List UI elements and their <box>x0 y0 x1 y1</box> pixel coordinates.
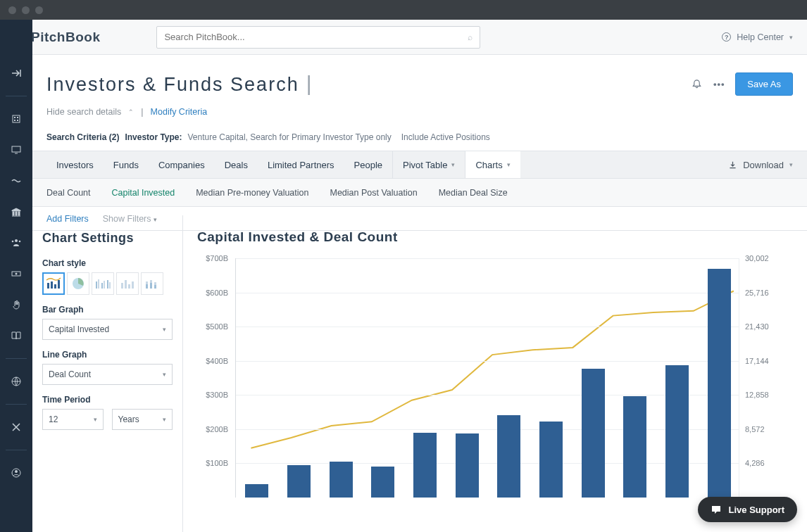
left-nav-rail <box>0 20 32 532</box>
chart-bar[interactable] <box>582 369 605 498</box>
nav-hand-icon[interactable] <box>0 295 32 315</box>
search-criteria-summary: Search Criteria (2) Investor Type: Ventu… <box>46 132 793 142</box>
svg-rect-20 <box>98 279 99 289</box>
time-unit-select[interactable]: Years▾ <box>112 409 173 430</box>
chart-line[interactable] <box>251 291 733 448</box>
chart-bar[interactable] <box>665 365 689 498</box>
search-icon: ⌕ <box>468 32 473 42</box>
chart-bar[interactable] <box>371 467 394 498</box>
nav-book-icon[interactable] <box>0 326 32 346</box>
nav-screen-icon[interactable] <box>0 140 32 160</box>
tab-companies[interactable]: Companies <box>149 151 215 178</box>
svg-rect-16 <box>54 284 56 289</box>
nav-globe-icon[interactable] <box>0 372 32 391</box>
chart-bar[interactable] <box>497 415 520 498</box>
help-icon[interactable]: ? <box>722 32 731 42</box>
style-column[interactable] <box>116 272 139 295</box>
chart-bar[interactable] <box>708 269 731 498</box>
line-graph-label: Line Graph <box>42 350 173 360</box>
nav-institution-icon[interactable] <box>0 202 32 222</box>
nav-deals-icon[interactable] <box>0 171 32 191</box>
subtab-deal-size[interactable]: Median Deal Size <box>439 188 508 198</box>
tab-limited-partners[interactable]: Limited Partners <box>258 151 344 178</box>
y-right-tick: 8,572 <box>741 425 775 433</box>
svg-rect-34 <box>154 282 156 285</box>
chart-bar[interactable] <box>623 396 646 498</box>
chevron-down-icon: ▾ <box>789 34 793 41</box>
bar-graph-select[interactable]: Capital Invested▾ <box>42 319 173 340</box>
bar-graph-label: Bar Graph <box>42 305 173 315</box>
chart-bar[interactable] <box>330 462 353 498</box>
subtab-post-valuation[interactable]: Median Post Valuation <box>330 188 417 198</box>
chart-bar[interactable] <box>539 422 563 498</box>
nav-collapse-icon[interactable] <box>0 63 32 83</box>
y-left-tick: $200B <box>197 425 232 433</box>
more-icon[interactable]: ••• <box>713 77 725 90</box>
bell-icon[interactable] <box>690 77 703 90</box>
help-center-link[interactable]: Help Center <box>737 32 784 42</box>
tab-investors[interactable]: Investors <box>46 151 104 178</box>
live-support-button[interactable]: Live Support <box>698 497 797 522</box>
y-left-tick: $500B <box>197 322 232 331</box>
chart-plot: $700B$600B$500B$400B$300B$200B$100B 30,0… <box>197 255 775 508</box>
y-right-tick: 12,858 <box>741 391 775 399</box>
subtab-capital-invested[interactable]: Capital Invested <box>112 188 175 198</box>
nav-profile-icon[interactable] <box>0 463 32 483</box>
y-right-tick: 25,716 <box>741 289 775 297</box>
window-min-dot[interactable] <box>22 6 30 14</box>
svg-rect-28 <box>132 281 134 289</box>
chevron-down-icon: ▾ <box>789 161 793 168</box>
window-close-dot[interactable] <box>8 6 16 14</box>
time-number-select[interactable]: 12▾ <box>42 409 104 430</box>
time-period-label: Time Period <box>42 395 173 405</box>
chevron-down-icon: ▾ <box>507 161 511 168</box>
nav-companies-icon[interactable] <box>0 109 32 129</box>
y-right-tick: 30,002 <box>741 254 775 262</box>
nav-people-icon[interactable] <box>0 233 32 253</box>
nav-tools-icon[interactable] <box>0 417 32 437</box>
chart-settings-title: Chart Settings <box>42 231 173 246</box>
style-pie[interactable] <box>67 272 89 295</box>
tab-funds[interactable]: Funds <box>104 151 149 178</box>
chevron-down-icon: ▾ <box>163 371 166 378</box>
chart-title: Capital Invested & Deal Count <box>197 229 793 245</box>
chart-bar[interactable] <box>287 465 311 498</box>
tab-charts[interactable]: Charts▾ <box>465 151 520 178</box>
nav-cash-icon[interactable] <box>0 264 32 284</box>
y-left-tick: $100B <box>197 459 232 467</box>
save-as-button[interactable]: Save As <box>735 72 793 96</box>
svg-point-6 <box>15 239 18 242</box>
style-stacked[interactable] <box>141 272 163 295</box>
subtab-deal-count[interactable]: Deal Count <box>46 188 91 198</box>
chart-bar[interactable] <box>245 484 268 498</box>
download-button[interactable]: Download▾ <box>728 151 807 178</box>
hide-search-details-link[interactable]: Hide search details <box>46 107 121 117</box>
brand-text: PitchBook <box>31 30 100 45</box>
app-header: PitchBook ⌕ ? Help Center ▾ <box>0 20 807 55</box>
svg-point-8 <box>19 241 21 243</box>
svg-rect-29 <box>146 284 148 289</box>
chart-subtabs: Deal Count Capital Invested Median Pre-m… <box>32 179 807 207</box>
tab-people[interactable]: People <box>344 151 393 178</box>
chart-bar[interactable] <box>413 433 437 498</box>
svg-point-13 <box>15 470 18 473</box>
line-graph-select[interactable]: Deal Count▾ <box>42 364 173 385</box>
svg-point-7 <box>12 241 14 243</box>
style-grouped-bar[interactable] <box>92 272 114 295</box>
window-titlebar <box>0 0 807 20</box>
svg-rect-4 <box>17 120 18 121</box>
window-max-dot[interactable] <box>35 6 43 14</box>
chart-bar[interactable] <box>456 433 479 498</box>
tab-pivot-table[interactable]: Pivot Table▾ <box>393 151 465 178</box>
chat-icon <box>711 504 722 515</box>
download-icon <box>728 160 737 170</box>
search-input[interactable] <box>164 32 468 42</box>
svg-rect-1 <box>14 117 15 118</box>
svg-point-10 <box>15 273 18 275</box>
subtab-pre-money[interactable]: Median Pre-money Valuation <box>196 188 308 198</box>
main-tabs: Investors Funds Companies Deals Limited … <box>32 151 807 179</box>
modify-criteria-link[interactable]: Modify Criteria <box>151 107 208 117</box>
style-bar-line[interactable] <box>42 272 65 295</box>
global-search[interactable]: ⌕ <box>156 26 480 49</box>
tab-deals[interactable]: Deals <box>215 151 258 178</box>
